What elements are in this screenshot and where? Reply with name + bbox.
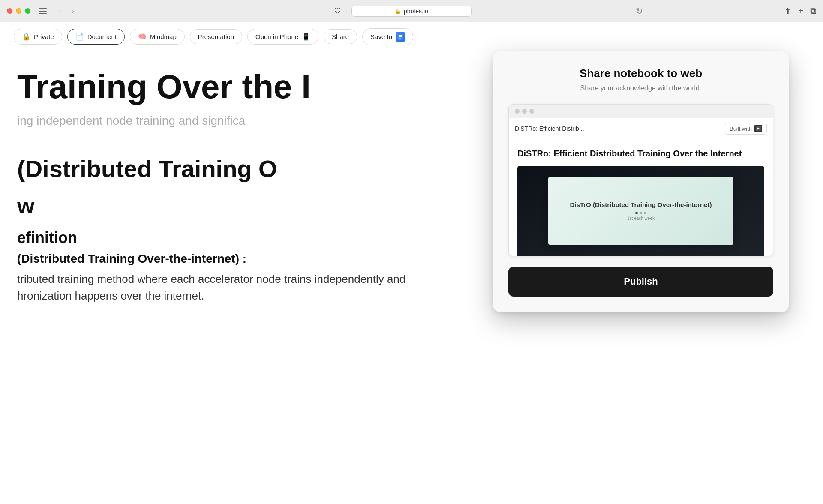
toolbar: 🔒 Private 📄 Document 🧠 Mindmap Presentat… [0,22,823,51]
minimize-button[interactable] [16,8,21,14]
tabs-overview-button[interactable]: ⧉ [810,6,816,16]
svg-rect-1 [39,11,47,12]
document-label: Document [87,33,117,40]
gdocs-icon [396,32,405,42]
share-system-button[interactable]: ⬆ [784,6,791,16]
preview-dot-3 [644,212,646,214]
preview-doc-title: DiSTRo: Efficient Distributed Training O… [517,148,764,159]
svg-rect-5 [399,36,402,37]
document-icon: 📄 [75,33,84,41]
share-button[interactable]: Share [324,29,357,44]
mindmap-icon: 🧠 [138,33,147,41]
lock-icon: 🔒 [395,8,401,14]
document-button[interactable]: 📄 Document [67,29,125,45]
svg-rect-2 [39,13,47,14]
preview-dot-2 [640,212,642,214]
close-button[interactable] [7,8,12,14]
shield-icon: 🛡 [334,7,341,15]
browser-preview: DiSTRo: Efficient Distrib... Built with [508,104,773,256]
browser-title-bar: DiSTRo: Efficient Distrib... Built with [509,118,773,139]
address-bar[interactable]: 🔒 photes.io [351,6,472,17]
svg-rect-4 [399,35,402,36]
browser-dots [515,109,534,114]
preview-dot-1 [635,212,638,214]
built-with-label: Built with [730,126,752,132]
nav-arrows: ‹ › [54,5,79,17]
lock-icon: 🔒 [22,33,30,41]
preview-dots [635,212,646,214]
presentation-button[interactable]: Presentation [190,29,242,44]
preview-slide: DisTrO (Distributed Training Over-the-in… [548,177,733,245]
new-tab-button[interactable]: + [798,6,803,16]
preview-image-text: DisTrO (Distributed Training Over-the-in… [570,201,712,208]
share-label: Share [332,33,349,40]
mindmap-label: Mindmap [150,33,177,40]
maximize-button[interactable] [25,8,30,14]
phone-icon: 📱 [302,33,310,41]
preview-content: DiSTRo: Efficient Distributed Training O… [509,139,773,256]
share-modal[interactable]: Share notebook to web Share your acknowl… [493,51,789,312]
open-in-phone-button[interactable]: Open in Phone 📱 [247,29,318,45]
sidebar-toggle[interactable] [39,8,47,14]
title-bar: ‹ › 🛡 🔒 photes.io ↻ ⬆ + ⧉ [0,0,823,22]
save-to-button[interactable]: Save to [362,28,413,45]
private-button[interactable]: 🔒 Private [14,29,62,45]
built-with-icon [754,125,762,132]
traffic-lights [7,8,30,14]
browser-dot-1 [515,109,520,114]
main-content: Training Over the I ing independent node… [0,51,823,504]
window-actions: ⬆ + ⧉ [784,6,816,16]
preview-label: 1st each week [627,216,655,221]
svg-rect-6 [399,38,401,39]
open-in-phone-label: Open in Phone [255,33,298,40]
preview-image: DisTrO (Distributed Training Over-the-in… [517,166,764,256]
browser-chrome [509,105,773,118]
built-with-badge[interactable]: Built with [725,123,767,135]
save-to-label: Save to [370,33,392,40]
presentation-label: Presentation [198,33,234,40]
back-button[interactable]: ‹ [54,5,66,17]
modal-subtitle: Share your acknowledge with the world. [508,84,773,92]
svg-rect-0 [39,8,47,9]
private-label: Private [34,33,54,40]
forward-button[interactable]: › [67,5,79,17]
mindmap-button[interactable]: 🧠 Mindmap [130,29,185,45]
refresh-button[interactable]: ↻ [636,6,643,16]
browser-page-title: DiSTRo: Efficient Distrib... [515,125,584,132]
url-text: photes.io [404,8,428,15]
browser-dot-3 [529,109,534,114]
modal-title: Share notebook to web [508,67,773,80]
browser-dot-2 [522,109,527,114]
publish-button[interactable]: Publish [508,267,773,297]
